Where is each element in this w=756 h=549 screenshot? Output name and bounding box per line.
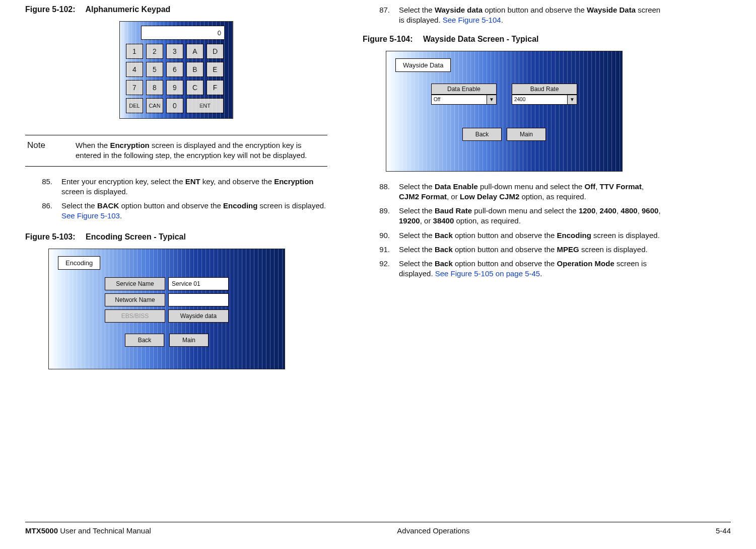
t: option button and observe the bbox=[453, 245, 557, 254]
key-1[interactable]: 1 bbox=[126, 44, 143, 59]
wayside-data-button[interactable]: Wayside data bbox=[168, 309, 229, 323]
note-text: When the Encryption screen is displayed … bbox=[76, 140, 327, 161]
figure-102-label: Figure 5-102: bbox=[25, 5, 76, 14]
step-number: 89. bbox=[375, 206, 390, 226]
figure-link[interactable]: See Figure 5-104 bbox=[443, 16, 501, 24]
t: Wayside Data bbox=[587, 6, 636, 14]
t: Baud Rate bbox=[435, 206, 472, 215]
dropdown-arrow-icon[interactable]: ▼ bbox=[487, 95, 497, 105]
step-87: 87. Select the Wayside data option butto… bbox=[375, 5, 665, 26]
t: Select the bbox=[61, 201, 97, 210]
key-4[interactable]: 4 bbox=[126, 62, 143, 77]
t: , bbox=[638, 206, 642, 215]
key-c[interactable]: C bbox=[186, 80, 203, 95]
t: Wayside data bbox=[435, 6, 483, 14]
footer-left: MTX5000 User and Technical Manual bbox=[25, 526, 151, 535]
service-name-button[interactable]: Service Name bbox=[105, 277, 165, 290]
back-button[interactable]: Back bbox=[462, 128, 502, 141]
t: Back bbox=[435, 245, 453, 254]
t: Encryption bbox=[274, 177, 313, 186]
dropdown-arrow-icon[interactable]: ▼ bbox=[567, 95, 577, 105]
network-name-value bbox=[168, 293, 229, 306]
note-bold: Encryption bbox=[110, 141, 149, 149]
step-number: 87. bbox=[375, 5, 390, 26]
keypad-grid: 1 2 3 A D 4 5 6 B E 7 8 bbox=[125, 44, 228, 113]
t: Select the bbox=[399, 182, 435, 191]
service-name-row: Service Name Service 01 bbox=[105, 277, 229, 290]
key-9[interactable]: 9 bbox=[166, 80, 183, 95]
key-7[interactable]: 7 bbox=[126, 80, 143, 95]
figure-link[interactable]: See Figure 5-105 on page 5-45 bbox=[435, 269, 540, 278]
key-2[interactable]: 2 bbox=[146, 44, 163, 59]
step-92: 92. Select the Back option button and ob… bbox=[375, 259, 665, 279]
t: Encoding bbox=[557, 231, 591, 240]
key-3[interactable]: 3 bbox=[166, 44, 183, 59]
key-d[interactable]: D bbox=[207, 44, 224, 59]
t: . bbox=[540, 269, 542, 278]
alphanumeric-keypad: 0 1 2 3 A D 4 5 6 B E bbox=[119, 21, 233, 119]
key-b[interactable]: B bbox=[186, 62, 203, 77]
baud-rate-group: Baud Rate 2400 ▼ bbox=[512, 84, 577, 105]
t: . bbox=[120, 211, 122, 220]
nav-row: Back Main bbox=[125, 334, 209, 347]
network-name-button[interactable]: Network Name bbox=[105, 293, 165, 306]
note-pre: When the bbox=[76, 141, 110, 149]
encoding-screen-figure: Encoding Service Name Service 01 Network… bbox=[48, 249, 327, 369]
t: Back bbox=[435, 231, 453, 240]
step-number: 90. bbox=[375, 230, 390, 241]
t: Select the bbox=[399, 6, 435, 14]
key-5[interactable]: 5 bbox=[146, 62, 163, 77]
key-8[interactable]: 8 bbox=[146, 80, 163, 95]
t: Select the bbox=[399, 259, 435, 268]
baud-rate-dropdown[interactable]: 2400 ▼ bbox=[512, 95, 577, 105]
main-button[interactable]: Main bbox=[507, 128, 546, 141]
key-del[interactable]: DEL bbox=[126, 98, 143, 113]
wayside-fields: Data Enable Off ▼ Baud Rate 2400 bbox=[431, 84, 577, 105]
t: Low Delay CJM2 bbox=[460, 192, 519, 201]
key-e[interactable]: E bbox=[207, 62, 224, 77]
footer-center: Advanced Operations bbox=[397, 526, 469, 535]
key-can[interactable]: CAN bbox=[146, 98, 163, 113]
key-ent[interactable]: ENT bbox=[186, 98, 224, 113]
key-0[interactable]: 0 bbox=[166, 98, 183, 113]
t: Select the bbox=[399, 206, 435, 215]
keypad-display: 0 bbox=[141, 26, 225, 40]
key-a[interactable]: A bbox=[186, 44, 203, 59]
key-f[interactable]: F bbox=[207, 80, 224, 95]
data-enable-label: Data Enable bbox=[431, 84, 497, 95]
t: pull-down menu and select the bbox=[472, 206, 579, 215]
figure-104-label: Figure 5-104: bbox=[363, 35, 413, 43]
t: Operation Mode bbox=[557, 259, 614, 268]
baud-rate-value: 2400 bbox=[512, 95, 567, 105]
data-enable-dropdown[interactable]: Off ▼ bbox=[431, 95, 497, 105]
t: 38400 bbox=[433, 216, 454, 225]
key-6[interactable]: 6 bbox=[166, 62, 183, 77]
left-column: Figure 5-102: Alphanumeric Keypad 0 1 2 … bbox=[25, 5, 327, 379]
t: , or bbox=[447, 192, 460, 201]
t: TTV Format bbox=[600, 182, 642, 191]
t: option button and observe the bbox=[483, 6, 587, 14]
main-button[interactable]: Main bbox=[169, 334, 209, 347]
baud-rate-label: Baud Rate bbox=[512, 84, 577, 95]
data-enable-value: Off bbox=[431, 95, 487, 105]
step-number: 86. bbox=[37, 201, 52, 221]
wayside-tab: Wayside Data bbox=[395, 58, 451, 72]
t: pull-down menu and select the bbox=[478, 182, 585, 191]
t: Enter your encryption key, select the bbox=[61, 177, 185, 186]
t: option button and observe the bbox=[119, 201, 223, 210]
t: , bbox=[595, 182, 599, 191]
step-number: 91. bbox=[375, 245, 390, 255]
t: , or bbox=[420, 216, 433, 225]
figure-link[interactable]: See Figure 5-103 bbox=[61, 211, 120, 220]
t: 19200 bbox=[399, 216, 420, 225]
step-body: Select the Back option button and observ… bbox=[399, 230, 665, 241]
keypad-row: 7 8 9 C F bbox=[126, 80, 227, 95]
right-column: 87. Select the Wayside data option butto… bbox=[363, 5, 665, 379]
footer-page-number: 5-44 bbox=[716, 526, 731, 535]
step-body: Select the Data Enable pull-down menu an… bbox=[399, 182, 665, 202]
back-button[interactable]: Back bbox=[125, 334, 164, 347]
step-90: 90. Select the Back option button and ob… bbox=[375, 230, 665, 241]
ebs-biss-button: EBS/BISS bbox=[105, 309, 165, 323]
manual-title: User and Technical Manual bbox=[58, 526, 151, 535]
figure-103-label: Figure 5-103: bbox=[25, 232, 76, 241]
